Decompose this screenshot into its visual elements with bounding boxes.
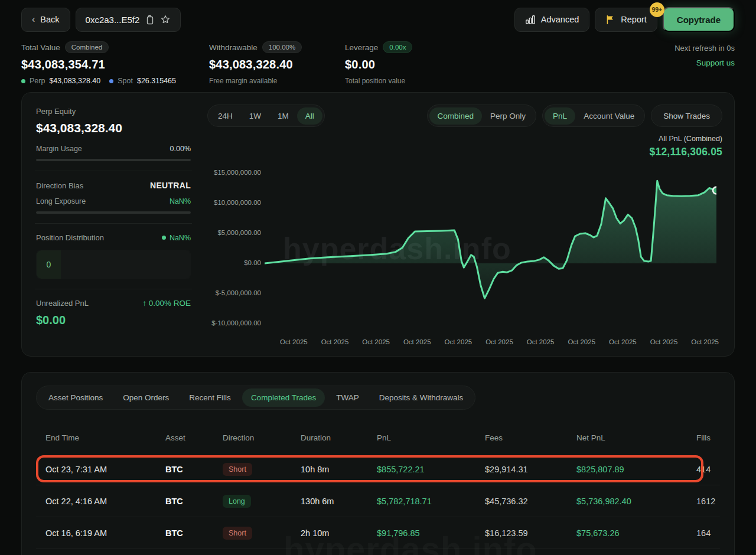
unrealized-roe: ↑ 0.00% ROE	[142, 299, 191, 308]
column-header-asset: Asset	[165, 433, 223, 442]
table-row[interactable]: Oct 22, 4:16 AMBTCLong130h 6m$5,782,718.…	[36, 485, 720, 517]
withdrawable-badge: 100.00%	[262, 41, 302, 53]
report-button[interactable]: Report	[595, 8, 657, 32]
refresh-column: Next refresh in 0s Support us	[674, 41, 735, 67]
long-exposure-value: NaN%	[170, 197, 191, 205]
timeframe-24h[interactable]: 24H	[210, 107, 241, 125]
x-tick-label: Oct 2025	[485, 338, 513, 345]
cell-fees: $45,736.32	[485, 497, 576, 506]
star-icon[interactable]	[160, 14, 171, 25]
timeframe-group: 24H1W1MAll	[207, 105, 325, 127]
all-pnl-block: All PnL (Combined) $12,116,306.05	[207, 135, 722, 158]
equity-chart-card: Perp Equity $43,083,328.40 Margin Usage …	[21, 92, 735, 357]
timeframe-all[interactable]: All	[297, 107, 322, 125]
cell-duration: 10h 8m	[301, 465, 377, 474]
direction-badge: Long	[223, 495, 251, 508]
leverage-sub: Total position value	[345, 77, 412, 85]
distribution-dot-icon	[162, 236, 166, 240]
spot-value: $26.315465	[137, 77, 176, 85]
x-tick-label: Oct 2025	[445, 338, 472, 345]
value-breakdown: Perp $43,083,328.40 Spot $26.315465	[21, 77, 181, 85]
position-distribution-value-wrap: NaN%	[162, 234, 191, 242]
margin-usage-bar	[36, 159, 191, 161]
show-trades-wrap: Show Trades	[651, 105, 722, 127]
withdrawable-label: Withdrawable	[209, 43, 258, 52]
column-header-fills: Fills	[696, 433, 711, 442]
x-tick-label: Oct 2025	[650, 338, 678, 345]
support-us-link[interactable]: Support us	[674, 58, 735, 67]
advanced-label: Advanced	[541, 15, 579, 24]
cell-fills: 414	[696, 465, 711, 474]
table-header-row: End TimeAssetDirectionDurationPnLFeesNet…	[36, 426, 720, 449]
pnl-area	[265, 181, 716, 298]
x-axis: Oct 2025Oct 2025Oct 2025Oct 2025Oct 2025…	[265, 338, 722, 345]
chart-panel: 24H1W1MAll CombinedPerp Only PnLAccount …	[205, 93, 734, 356]
table-row[interactable]: Oct 23, 7:31 AMBTCShort10h 8m$855,722.21…	[36, 453, 720, 485]
y-tick-label: $15,000,000.00	[214, 169, 261, 176]
total-value-stat: Total Value Combined $43,083,354.71 Perp…	[21, 41, 181, 85]
tab-completed-trades[interactable]: Completed Trades	[242, 389, 325, 407]
all-pnl-label: All PnL (Combined)	[207, 135, 722, 143]
chevron-left-icon: ‹	[32, 15, 35, 24]
total-value-label: Total Value	[21, 43, 60, 52]
y-tick-label: $10,000,000.00	[214, 199, 261, 206]
tab-recent-fills[interactable]: Recent Fills	[180, 389, 240, 407]
notification-badge: 99+	[650, 2, 664, 17]
cell-asset: BTC	[165, 465, 223, 474]
column-header-fees: Fees	[485, 433, 576, 442]
copy-icon[interactable]	[145, 15, 154, 25]
y-tick-label: $0.00	[244, 259, 261, 266]
trades-tab-bar: Asset PositionsOpen OrdersRecent FillsCo…	[36, 386, 475, 410]
report-button-wrap: Report 99+	[595, 8, 657, 32]
report-label: Report	[621, 15, 647, 24]
leverage-badge: 0.00x	[383, 41, 412, 53]
direction-bias-value: NEUTRAL	[150, 181, 191, 190]
position-distribution-label: Position Distribution	[36, 233, 104, 242]
back-label: Back	[40, 15, 59, 24]
x-tick-label: Oct 2025	[527, 338, 555, 345]
copytrade-button[interactable]: Copytrade	[663, 7, 735, 32]
metric-pnl[interactable]: PnL	[545, 107, 575, 125]
pnl-chart[interactable]: hyperdash.info $15,000,000.00$10,000,000…	[207, 161, 722, 332]
divider	[35, 171, 192, 171]
column-header-direction: Direction	[223, 433, 301, 442]
tab-asset-positions[interactable]: Asset Positions	[40, 389, 112, 407]
tab-deposits-withdrawals[interactable]: Deposits & Withdrawals	[370, 389, 472, 407]
perp-value: $43,083,328.40	[49, 77, 100, 85]
leverage-label: Leverage	[345, 43, 378, 52]
timeframe-1m[interactable]: 1M	[269, 107, 297, 125]
withdrawable-value: $43,083,328.40	[209, 58, 317, 71]
margin-usage-value: 0.00%	[170, 145, 191, 153]
distribution-zero-box: 0	[37, 250, 61, 279]
advanced-button[interactable]: Advanced	[514, 8, 590, 32]
withdrawable-sub: Free margin available	[209, 77, 317, 85]
cell-direction: Short	[223, 527, 301, 540]
timeframe-1w[interactable]: 1W	[241, 107, 269, 125]
mode-perp-only[interactable]: Perp Only	[482, 107, 534, 125]
metric-account-value[interactable]: Account Value	[575, 107, 643, 125]
show-trades-button[interactable]: Show Trades	[655, 107, 718, 125]
spot-dot-icon	[109, 79, 113, 83]
spot-label: Spot	[118, 77, 133, 85]
flag-icon	[605, 15, 615, 25]
account-summary-panel: Perp Equity $43,083,328.40 Margin Usage …	[22, 93, 205, 356]
direction-badge: Short	[223, 463, 252, 476]
metric-toggle-group: PnLAccount Value	[542, 105, 645, 127]
y-axis: $15,000,000.00$10,000,000.00$5,000,000.0…	[207, 161, 265, 332]
mode-combined[interactable]: Combined	[429, 107, 483, 125]
tab-open-orders[interactable]: Open Orders	[114, 389, 178, 407]
chart-controls: 24H1W1MAll CombinedPerp Only PnLAccount …	[207, 105, 722, 127]
wallet-address-pill[interactable]: 0xc2a3...E5f2	[76, 8, 181, 32]
x-tick-label: Oct 2025	[280, 338, 308, 345]
table-row[interactable]: Oct 16, 6:19 AMBTCShort2h 10m$91,796.85$…	[36, 517, 720, 549]
x-tick-label: Oct 2025	[403, 338, 431, 345]
wallet-address: 0xc2a3...E5f2	[86, 15, 140, 25]
combined-badge: Combined	[65, 41, 109, 53]
distribution-empty-area	[61, 250, 190, 279]
cell-fees: $29,914.31	[485, 465, 576, 474]
cell-end-time: Oct 23, 7:31 AM	[45, 465, 165, 474]
tab-twap[interactable]: TWAP	[327, 389, 368, 407]
chart-plot-area	[265, 161, 722, 332]
back-button[interactable]: ‹ Back	[21, 8, 70, 32]
cell-pnl: $91,796.85	[377, 528, 485, 538]
